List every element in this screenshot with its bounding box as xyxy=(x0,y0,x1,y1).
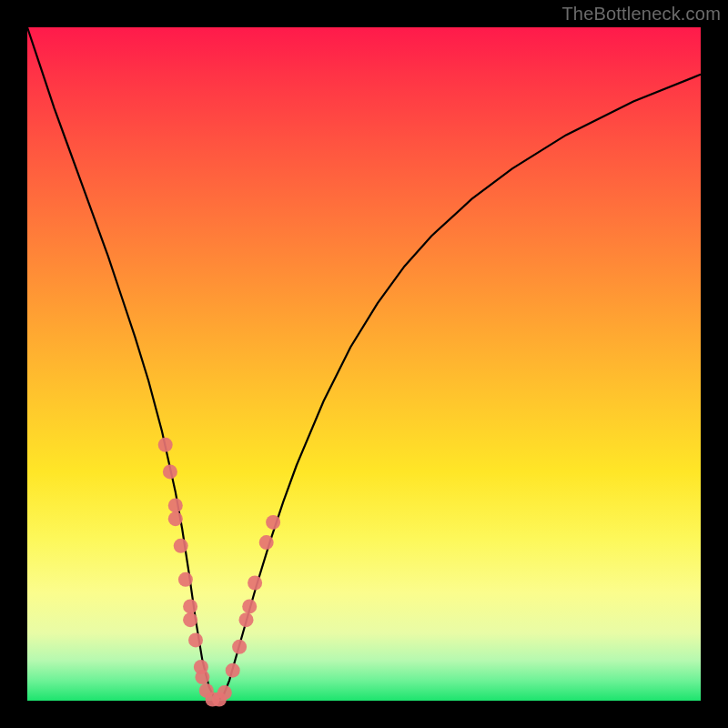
highlight-dot xyxy=(195,670,209,684)
highlight-dot xyxy=(242,599,257,613)
highlight-dot xyxy=(248,576,262,591)
highlight-dot xyxy=(163,464,177,479)
highlight-dot xyxy=(158,438,173,452)
chart-svg xyxy=(27,27,701,701)
chart-frame: TheBottleneck.com xyxy=(0,0,728,728)
highlight-dot xyxy=(188,632,203,647)
highlight-dot xyxy=(183,599,197,613)
bottleneck-curve xyxy=(27,27,701,701)
watermark-text: TheBottleneck.com xyxy=(561,4,721,25)
highlight-dot xyxy=(266,515,280,530)
plot-area xyxy=(27,27,701,701)
highlight-dots xyxy=(158,438,280,707)
highlight-dot xyxy=(178,572,193,587)
highlight-dot xyxy=(239,612,254,627)
highlight-dot xyxy=(226,663,240,678)
highlight-dot xyxy=(259,535,274,550)
highlight-dot xyxy=(168,498,183,512)
highlight-dot xyxy=(232,640,247,654)
highlight-dot xyxy=(183,612,197,627)
highlight-dot xyxy=(168,511,183,526)
highlight-dot xyxy=(217,685,232,700)
highlight-dot xyxy=(174,539,188,553)
